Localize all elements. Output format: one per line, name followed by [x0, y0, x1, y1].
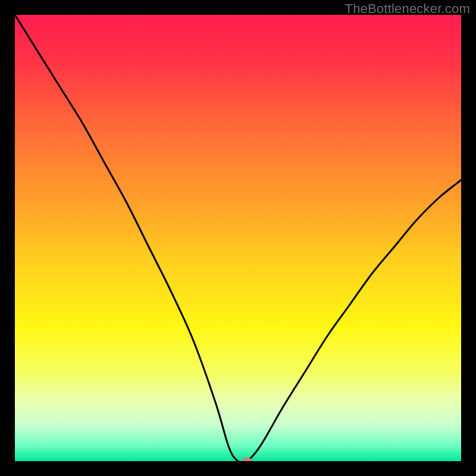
chart-container	[15, 15, 461, 461]
watermark-text: TheBottlenecker.com	[345, 1, 470, 17]
chart-background-gradient	[15, 15, 461, 461]
bottleneck-chart	[15, 15, 461, 461]
